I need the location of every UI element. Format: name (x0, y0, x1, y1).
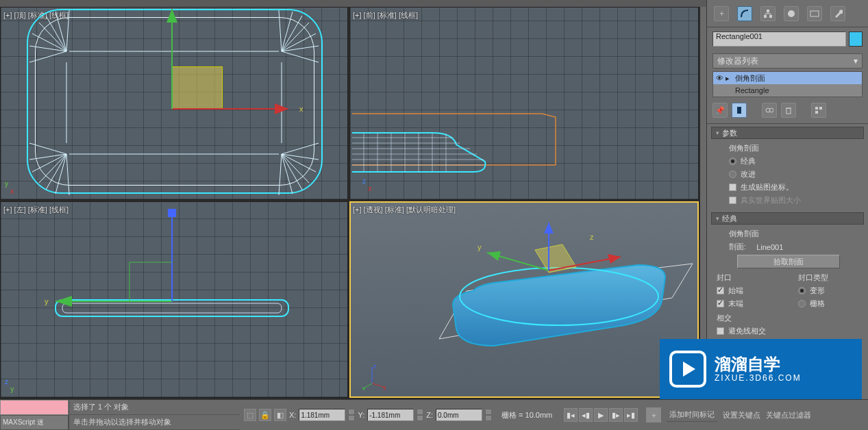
maxscript-label[interactable]: MAXScript 迷 (0, 415, 69, 430)
check-label: 生成贴图坐标。 (741, 182, 793, 192)
mod-name: 倒角剖面 (735, 73, 765, 84)
tab-display[interactable] (807, 6, 822, 21)
svg-rect-87 (819, 107, 822, 110)
script-listener-mini[interactable] (0, 400, 69, 415)
radio-morph[interactable]: 变形 (798, 284, 859, 297)
viewport-perspective[interactable]: [+] [透视] [标准] [默认明暗处理] y z zxy (349, 201, 699, 398)
radio-improved[interactable]: 改进 (717, 168, 858, 181)
expand-arrow-icon[interactable]: ▸ (726, 74, 735, 83)
viewport-top[interactable]: [+] [顶] [标准] [线框] x (0, 7, 348, 200)
svg-text:x: x (299, 105, 303, 113)
y-label: Y: (358, 411, 364, 419)
pick-section-button[interactable]: 拾取剖面 (737, 255, 840, 268)
show-end-result-button[interactable] (732, 103, 747, 118)
key-filter-button[interactable]: 关键点过滤器 (766, 410, 811, 420)
axis-tripod: z x (362, 177, 371, 192)
tab-hierarchy[interactable] (760, 6, 776, 21)
checkbox-icon (717, 287, 724, 294)
check-start[interactable]: 始端 (717, 284, 778, 297)
goto-start-button[interactable]: ▮◂ (564, 408, 578, 422)
configure-sets-button[interactable] (811, 103, 826, 118)
status-bar: MAXScript 迷 选择了 1 个 对象 单击并拖动以选择并移动对象 ⬚ 🔒… (0, 399, 868, 430)
chevron-down-icon: ▾ (854, 56, 858, 66)
z-input[interactable]: 0.0mm (436, 409, 482, 421)
x-spinner[interactable] (348, 409, 355, 421)
y-input[interactable]: -1.181mm (367, 409, 414, 421)
status-left: MAXScript 迷 (0, 400, 69, 430)
bottom-right-tools: ＋ 添加时间标记 设置关键点 关键点过滤器 (642, 400, 868, 430)
trash-icon (784, 106, 793, 114)
object-color-swatch[interactable] (849, 31, 863, 47)
viewport-left[interactable]: [+] [左] [标准] [线框] y z y (0, 201, 348, 398)
prompt-hint: 单击并拖动以选择并移动对象 (69, 415, 240, 430)
selection-count: 选择了 1 个 对象 (69, 400, 240, 415)
check-label: 始端 (728, 286, 743, 296)
svg-point-79 (788, 10, 795, 17)
mod-stack-item[interactable]: Rectangle (713, 84, 862, 97)
play-button[interactable]: ▶ (594, 408, 608, 422)
rollout-classic: 经典 倒角剖面 剖面: Line001 拾取剖面 封口 始端 末端 封口类型 变… (711, 212, 864, 340)
radio-grid[interactable]: 栅格 (798, 297, 859, 310)
modifier-list-label: 修改器列表 (717, 55, 758, 67)
tab-motion[interactable] (784, 6, 799, 21)
goto-end-button[interactable]: ▸▮ (624, 408, 638, 422)
watermark-title: 溜溜自学 (715, 355, 780, 373)
bend-icon (740, 9, 749, 18)
radio-classic[interactable]: 经典 (717, 155, 858, 168)
check-end[interactable]: 末端 (717, 297, 778, 310)
object-name-row: Rectangle001 (707, 27, 868, 51)
mod-stack-item[interactable]: 👁 ▸ 倒角剖面 (713, 72, 862, 84)
check-gen-map[interactable]: 生成贴图坐标。 (717, 181, 858, 194)
tab-utilities[interactable] (830, 6, 845, 21)
modifier-list-dropdown[interactable]: 修改器列表 ▾ (712, 53, 863, 68)
radio-icon (798, 287, 806, 294)
svg-text:y: y (478, 243, 482, 251)
lock-icon[interactable]: 🔒 (259, 409, 271, 421)
check-avoid-cross[interactable]: 避免线相交 (717, 325, 858, 338)
checkbox-icon (729, 197, 736, 204)
label-bevel-profile: 倒角剖面 (717, 142, 858, 155)
absolute-mode-icon[interactable]: ◧ (274, 409, 286, 421)
prev-frame-button[interactable]: ◂▮ (579, 408, 593, 422)
x-label: X: (289, 411, 296, 419)
svg-text:z: z (373, 363, 377, 370)
label-cap: 封口 (717, 271, 778, 284)
make-unique-button[interactable] (762, 103, 777, 118)
modifier-stack[interactable]: 👁 ▸ 倒角剖面 Rectangle (712, 71, 863, 97)
radio-icon (729, 157, 736, 165)
svg-rect-81 (737, 107, 741, 114)
next-frame-button[interactable]: ▮▸ (609, 408, 623, 422)
z-label: Z: (426, 411, 433, 419)
add-time-tag-button[interactable]: 添加时间标记 (667, 408, 717, 422)
pin-stack-button[interactable]: 📌 (712, 103, 728, 118)
radio-label: 改进 (741, 169, 756, 179)
tab-create[interactable]: ＋ (714, 6, 729, 21)
svg-rect-53 (168, 209, 176, 217)
plus-icon: ＋ (650, 410, 658, 420)
svg-rect-80 (810, 11, 819, 16)
svg-marker-36 (166, 9, 177, 23)
isolate-button[interactable]: ＋ (646, 407, 661, 422)
svg-rect-88 (815, 111, 818, 114)
eye-icon[interactable]: 👁 (716, 74, 726, 82)
rollout-header[interactable]: 经典 (711, 212, 864, 225)
rollout-title: 经典 (722, 214, 737, 224)
svg-rect-76 (767, 10, 769, 12)
x-input[interactable]: 1.181mm (299, 409, 345, 421)
move-gizmo-top[interactable]: x (1, 8, 348, 200)
viewport-front[interactable]: [+] [前] [标准] [线框] z x (349, 7, 699, 200)
y-spinner[interactable] (417, 409, 423, 421)
stack-toolbar: 📌 (707, 100, 868, 124)
rollout-header[interactable]: 参数 (711, 127, 864, 139)
z-spinner[interactable] (485, 409, 492, 421)
remove-modifier-button[interactable] (781, 103, 796, 118)
object-name-input[interactable]: Rectangle001 (712, 31, 846, 47)
selection-lock-icon[interactable]: ⬚ (244, 409, 256, 421)
svg-rect-86 (815, 107, 818, 110)
checkbox-icon (729, 184, 736, 191)
set-key-button[interactable]: 设置关键点 (723, 410, 760, 420)
svg-rect-77 (764, 15, 767, 18)
tab-modify[interactable] (737, 6, 752, 21)
svg-rect-50 (55, 300, 288, 316)
svg-marker-33 (275, 103, 288, 114)
